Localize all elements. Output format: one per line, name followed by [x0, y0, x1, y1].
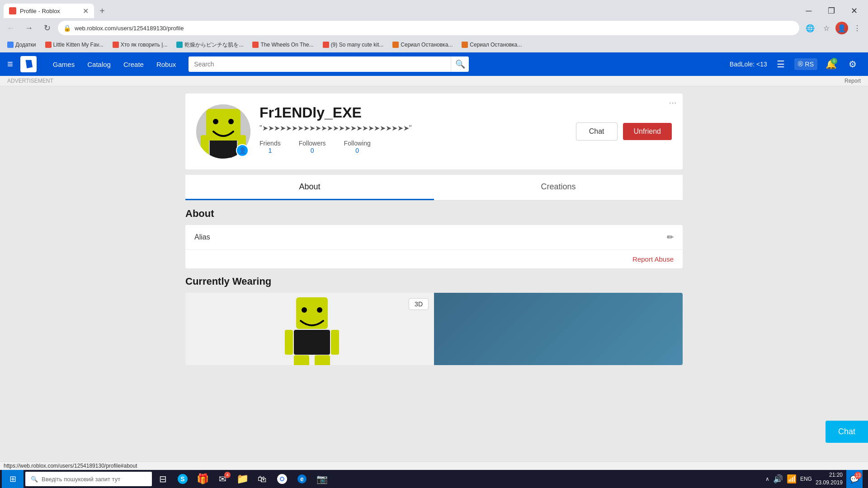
report-abuse-row: Report Abuse	[185, 250, 683, 268]
chat-button[interactable]: Chat	[576, 122, 618, 141]
start-button[interactable]: ⊞	[2, 470, 24, 488]
roblox-logo[interactable]	[20, 56, 37, 72]
bookmark-yt3[interactable]: The Wheels On The...	[249, 41, 317, 49]
browser-profile-pic[interactable]: 👤	[835, 22, 848, 34]
gift-icon[interactable]: 🎁	[193, 470, 212, 488]
bookmark-series2[interactable]: Сериал Остановка...	[458, 41, 525, 49]
back-button[interactable]: ←	[4, 21, 18, 35]
browser-tab[interactable]: Profile - Roblox ✕	[4, 4, 94, 18]
wearing-avatar-svg	[283, 297, 341, 365]
bookmark-yt2[interactable]: Хто як говорить |...	[109, 41, 171, 49]
more-options-icon[interactable]: ⋮	[850, 21, 864, 35]
address-bar-row: ← → ↻ 🔒 web.roblox.com/users/1254189130/…	[0, 18, 868, 38]
new-tab-button[interactable]: +	[96, 5, 108, 17]
report-link[interactable]: Report	[844, 78, 861, 84]
nav-robux[interactable]: Robux	[151, 57, 181, 72]
bookmark-yt4[interactable]: (9) So many cute kit...	[319, 41, 387, 49]
bookmark-label: The Wheels On The...	[260, 42, 313, 48]
report-abuse-link[interactable]: Report Abuse	[632, 255, 674, 263]
svg-rect-15	[315, 355, 330, 365]
search-bar[interactable]: 🔍	[189, 56, 469, 72]
search-taskbar-icon: 🔍	[31, 476, 38, 483]
bookmark-series1[interactable]: Сериал Остановка...	[389, 41, 456, 49]
close-button[interactable]: ✕	[844, 4, 864, 18]
hamburger-menu[interactable]: ≡	[7, 58, 13, 70]
file-explorer-icon[interactable]: 📁	[233, 470, 251, 488]
more-options-button[interactable]: ···	[669, 99, 677, 106]
alias-row: Alias ✏	[185, 225, 683, 250]
tab-close-btn[interactable]: ✕	[83, 7, 89, 15]
roblox-navbar: ≡ Games Catalog Create Robux 🔍 BadLole: …	[0, 52, 868, 76]
taskbar-right: ∧ 🔊 📶 ENG 21:20 23.09.2019 💬 13	[765, 470, 866, 488]
bookmark-label: (9) So many cute kit...	[331, 42, 384, 48]
badge-person-icon: 👤	[239, 147, 246, 154]
refresh-button[interactable]: ↻	[40, 21, 54, 35]
bookmark-globe1[interactable]: 乾燥からピンチな肌を...	[173, 40, 247, 50]
wearing-preview: 3D	[185, 293, 434, 365]
bookmark-star-icon[interactable]: ☆	[819, 21, 834, 35]
about-section-title: About	[185, 208, 683, 220]
following-label: Following	[344, 140, 371, 147]
settings-button[interactable]: ⚙	[844, 56, 861, 72]
tab-creations[interactable]: Creations	[434, 175, 683, 200]
search-taskbar-placeholder: Введіть пошуковий запит тут	[42, 476, 120, 483]
chrome-icon[interactable]	[273, 470, 291, 488]
unfriend-button[interactable]: Unfriend	[623, 123, 672, 140]
notifications-taskbar[interactable]: 💬 13	[846, 470, 863, 488]
bookmark-apps[interactable]: Додатки	[4, 41, 40, 49]
search-input[interactable]	[189, 56, 451, 72]
following-count: 0	[344, 147, 371, 154]
store-icon[interactable]: 🛍	[253, 470, 271, 488]
camera-icon[interactable]: 📷	[313, 470, 331, 488]
3d-toggle-button[interactable]: 3D	[409, 298, 429, 310]
bookmark-label: Сериал Остановка...	[401, 42, 453, 48]
maximize-button[interactable]: ❐	[821, 4, 842, 18]
nav-create[interactable]: Create	[118, 57, 149, 72]
wearing-items	[434, 293, 683, 365]
notification-count: 0	[831, 58, 837, 64]
bookmark-yt1[interactable]: Little Kitten My Fav...	[42, 41, 107, 49]
friends-stat[interactable]: Friends 1	[259, 140, 281, 154]
advertisement-label: ADVERTISEMENT	[7, 78, 53, 84]
edge-icon[interactable]: e	[293, 470, 311, 488]
avatar-badge: 👤	[236, 144, 249, 157]
skype-icon[interactable]: S	[174, 470, 192, 488]
robux-button[interactable]: ® RS	[794, 58, 817, 70]
mail-icon[interactable]: ✉ 4	[213, 470, 231, 488]
forward-button[interactable]: →	[22, 21, 36, 35]
svg-rect-14	[294, 355, 309, 365]
svg-text:e: e	[300, 475, 304, 483]
task-view-icon[interactable]: ⊟	[154, 470, 172, 488]
youtube-icon-1	[45, 42, 52, 48]
bookmarks-bar: Додатки Little Kitten My Fav... Хто як г…	[0, 38, 868, 52]
followers-stat[interactable]: Followers 0	[299, 140, 326, 154]
alias-label: Alias	[194, 233, 210, 241]
nav-games[interactable]: Games	[47, 57, 80, 72]
translate-icon[interactable]: 🌐	[803, 21, 817, 35]
address-bar[interactable]: 🔒 web.roblox.com/users/1254189130/profil…	[58, 21, 799, 35]
edit-icon[interactable]: ✏	[667, 232, 674, 242]
tab-about[interactable]: About	[185, 175, 434, 200]
taskbar: ⊞ 🔍 Введіть пошуковий запит тут ⊟ S 🎁 ✉ …	[0, 470, 868, 488]
followers-count: 0	[299, 147, 326, 154]
nav-catalog[interactable]: Catalog	[82, 57, 116, 72]
followers-label: Followers	[299, 140, 326, 147]
chevron-up-icon[interactable]: ∧	[765, 476, 769, 482]
chat-floating-button[interactable]: Chat	[826, 421, 868, 443]
taskbar-search[interactable]: 🔍 Введіть пошуковий запит тут	[25, 472, 152, 486]
globe-icon	[176, 42, 183, 48]
network-icon[interactable]: 📶	[787, 474, 797, 484]
notifications-button[interactable]: 🔔 0	[823, 56, 839, 72]
nav-chat-icon[interactable]: ☰	[773, 56, 789, 72]
tabs-container: About Creations	[185, 175, 683, 201]
volume-icon[interactable]: 🔊	[773, 474, 783, 484]
avatar-container: 👤	[196, 104, 250, 159]
minimize-button[interactable]: ─	[798, 4, 819, 18]
status-url: https://web.roblox.com/users/1254189130/…	[4, 463, 137, 469]
bookmark-label: 乾燥からピンチな肌を...	[184, 41, 243, 49]
bookmark-label: Сериал Остановка...	[470, 42, 522, 48]
following-stat[interactable]: Following 0	[344, 140, 371, 154]
search-button[interactable]: 🔍	[451, 56, 469, 72]
time: 21:20	[816, 471, 843, 479]
svg-rect-13	[331, 330, 339, 355]
